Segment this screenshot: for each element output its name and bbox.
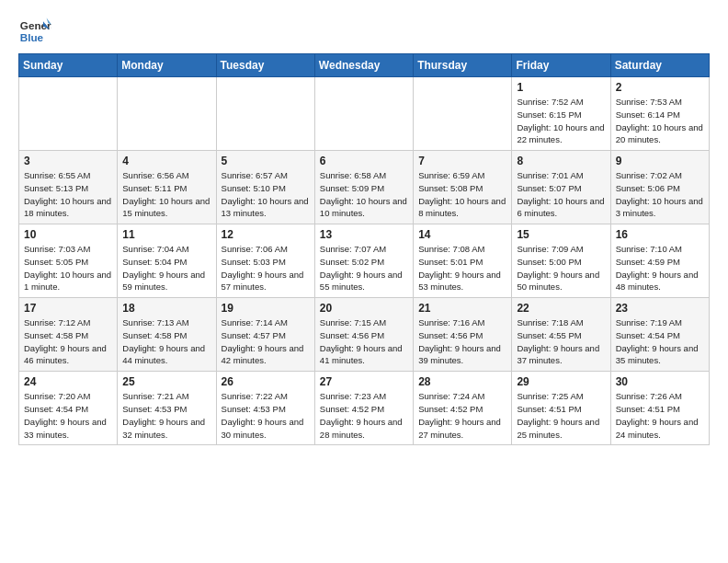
day-number: 15 [517, 228, 605, 241]
week-row-5: 24Sunrise: 7:20 AM Sunset: 4:54 PM Dayli… [19, 372, 710, 445]
day-number: 14 [418, 228, 506, 241]
calendar-cell: 3Sunrise: 6:55 AM Sunset: 5:13 PM Daylig… [19, 151, 118, 224]
day-number: 6 [320, 155, 408, 167]
day-number: 9 [616, 155, 704, 167]
day-number: 26 [222, 375, 310, 388]
weekday-header-friday: Friday [512, 54, 610, 77]
logo-icon: General Blue [18, 15, 51, 48]
day-info: Sunrise: 7:07 AM Sunset: 5:02 PM Dayligh… [320, 243, 408, 293]
day-info: Sunrise: 7:15 AM Sunset: 4:56 PM Dayligh… [320, 316, 408, 367]
day-info: Sunrise: 7:01 AM Sunset: 5:07 PM Dayligh… [517, 169, 605, 220]
day-number: 12 [222, 228, 310, 241]
calendar-cell: 6Sunrise: 6:58 AM Sunset: 5:09 PM Daylig… [314, 151, 413, 224]
calendar-cell: 2Sunrise: 7:53 AM Sunset: 6:14 PM Daylig… [610, 77, 709, 151]
day-info: Sunrise: 7:16 AM Sunset: 4:56 PM Dayligh… [418, 316, 506, 367]
day-info: Sunrise: 7:03 AM Sunset: 5:05 PM Dayligh… [24, 243, 112, 293]
day-number: 11 [122, 228, 210, 241]
day-info: Sunrise: 7:02 AM Sunset: 5:06 PM Dayligh… [616, 169, 704, 220]
day-info: Sunrise: 6:59 AM Sunset: 5:08 PM Dayligh… [418, 169, 506, 220]
calendar-cell: 20Sunrise: 7:15 AM Sunset: 4:56 PM Dayli… [314, 298, 413, 372]
week-row-4: 17Sunrise: 7:12 AM Sunset: 4:58 PM Dayli… [19, 298, 710, 372]
day-number: 21 [418, 302, 506, 315]
calendar-cell: 13Sunrise: 7:07 AM Sunset: 5:02 PM Dayli… [314, 224, 413, 298]
day-info: Sunrise: 7:52 AM Sunset: 6:15 PM Dayligh… [517, 96, 605, 146]
calendar-table: SundayMondayTuesdayWednesdayThursdayFrid… [18, 53, 710, 445]
day-info: Sunrise: 6:55 AM Sunset: 5:13 PM Dayligh… [24, 169, 112, 220]
day-number: 17 [24, 302, 112, 315]
weekday-header-monday: Monday [118, 54, 216, 77]
day-number: 24 [24, 375, 112, 388]
day-info: Sunrise: 7:24 AM Sunset: 4:52 PM Dayligh… [418, 390, 506, 441]
calendar-cell: 9Sunrise: 7:02 AM Sunset: 5:06 PM Daylig… [610, 151, 709, 224]
calendar-cell: 19Sunrise: 7:14 AM Sunset: 4:57 PM Dayli… [216, 298, 314, 372]
day-info: Sunrise: 7:13 AM Sunset: 4:58 PM Dayligh… [122, 316, 210, 367]
day-info: Sunrise: 7:04 AM Sunset: 5:04 PM Dayligh… [122, 243, 210, 293]
calendar-cell: 14Sunrise: 7:08 AM Sunset: 5:01 PM Dayli… [414, 224, 512, 298]
calendar-cell [414, 77, 512, 151]
day-info: Sunrise: 7:23 AM Sunset: 4:52 PM Dayligh… [320, 390, 408, 441]
day-info: Sunrise: 7:12 AM Sunset: 4:58 PM Dayligh… [24, 316, 112, 367]
day-info: Sunrise: 7:19 AM Sunset: 4:54 PM Dayligh… [616, 316, 704, 367]
day-info: Sunrise: 7:09 AM Sunset: 5:00 PM Dayligh… [517, 243, 605, 293]
calendar-cell: 18Sunrise: 7:13 AM Sunset: 4:58 PM Dayli… [118, 298, 216, 372]
calendar-cell [216, 77, 314, 151]
logo: General Blue [18, 15, 51, 48]
weekday-header-saturday: Saturday [610, 54, 709, 77]
day-info: Sunrise: 7:25 AM Sunset: 4:51 PM Dayligh… [517, 390, 605, 441]
calendar-cell: 7Sunrise: 6:59 AM Sunset: 5:08 PM Daylig… [414, 151, 512, 224]
day-number: 13 [320, 228, 408, 241]
svg-text:Blue: Blue [20, 31, 44, 43]
week-row-3: 10Sunrise: 7:03 AM Sunset: 5:05 PM Dayli… [19, 224, 710, 298]
calendar-cell: 16Sunrise: 7:10 AM Sunset: 4:59 PM Dayli… [610, 224, 709, 298]
week-row-2: 3Sunrise: 6:55 AM Sunset: 5:13 PM Daylig… [19, 151, 710, 224]
day-info: Sunrise: 7:06 AM Sunset: 5:03 PM Dayligh… [222, 243, 310, 293]
day-info: Sunrise: 7:53 AM Sunset: 6:14 PM Dayligh… [616, 96, 704, 146]
day-number: 3 [24, 155, 112, 167]
calendar-cell: 12Sunrise: 7:06 AM Sunset: 5:03 PM Dayli… [216, 224, 314, 298]
svg-text:General: General [20, 19, 51, 31]
calendar-cell: 25Sunrise: 7:21 AM Sunset: 4:53 PM Dayli… [118, 372, 216, 445]
day-number: 2 [616, 81, 704, 94]
weekday-header-row: SundayMondayTuesdayWednesdayThursdayFrid… [19, 54, 710, 77]
calendar-cell: 28Sunrise: 7:24 AM Sunset: 4:52 PM Dayli… [414, 372, 512, 445]
calendar-cell: 4Sunrise: 6:56 AM Sunset: 5:11 PM Daylig… [118, 151, 216, 224]
day-info: Sunrise: 7:14 AM Sunset: 4:57 PM Dayligh… [222, 316, 310, 367]
calendar-cell: 8Sunrise: 7:01 AM Sunset: 5:07 PM Daylig… [512, 151, 610, 224]
calendar-cell [19, 77, 118, 151]
day-number: 5 [222, 155, 310, 167]
day-number: 7 [418, 155, 506, 167]
day-number: 20 [320, 302, 408, 315]
day-number: 28 [418, 375, 506, 388]
day-info: Sunrise: 7:26 AM Sunset: 4:51 PM Dayligh… [616, 390, 704, 441]
day-number: 1 [517, 81, 605, 94]
calendar-cell: 22Sunrise: 7:18 AM Sunset: 4:55 PM Dayli… [512, 298, 610, 372]
calendar-cell: 23Sunrise: 7:19 AM Sunset: 4:54 PM Dayli… [610, 298, 709, 372]
day-number: 4 [122, 155, 210, 167]
calendar-cell: 26Sunrise: 7:22 AM Sunset: 4:53 PM Dayli… [216, 372, 314, 445]
day-info: Sunrise: 6:58 AM Sunset: 5:09 PM Dayligh… [320, 169, 408, 220]
calendar-cell: 15Sunrise: 7:09 AM Sunset: 5:00 PM Dayli… [512, 224, 610, 298]
day-number: 27 [320, 375, 408, 388]
calendar-cell: 24Sunrise: 7:20 AM Sunset: 4:54 PM Dayli… [19, 372, 118, 445]
calendar-cell: 1Sunrise: 7:52 AM Sunset: 6:15 PM Daylig… [512, 77, 610, 151]
day-number: 30 [616, 375, 704, 388]
day-number: 23 [616, 302, 704, 315]
week-row-1: 1Sunrise: 7:52 AM Sunset: 6:15 PM Daylig… [19, 77, 710, 151]
day-number: 16 [616, 228, 704, 241]
day-number: 25 [122, 375, 210, 388]
calendar-cell [314, 77, 413, 151]
page: General Blue SundayMondayTuesdayWednesda… [0, 0, 728, 454]
weekday-header-thursday: Thursday [414, 54, 512, 77]
day-info: Sunrise: 7:20 AM Sunset: 4:54 PM Dayligh… [24, 390, 112, 441]
day-number: 19 [222, 302, 310, 315]
day-info: Sunrise: 7:18 AM Sunset: 4:55 PM Dayligh… [517, 316, 605, 367]
weekday-header-wednesday: Wednesday [314, 54, 413, 77]
day-info: Sunrise: 7:08 AM Sunset: 5:01 PM Dayligh… [418, 243, 506, 293]
day-number: 8 [517, 155, 605, 167]
day-number: 18 [122, 302, 210, 315]
header-row: General Blue [18, 15, 710, 48]
calendar-cell: 11Sunrise: 7:04 AM Sunset: 5:04 PM Dayli… [118, 224, 216, 298]
day-info: Sunrise: 6:56 AM Sunset: 5:11 PM Dayligh… [122, 169, 210, 220]
day-info: Sunrise: 7:10 AM Sunset: 4:59 PM Dayligh… [616, 243, 704, 293]
day-number: 22 [517, 302, 605, 315]
